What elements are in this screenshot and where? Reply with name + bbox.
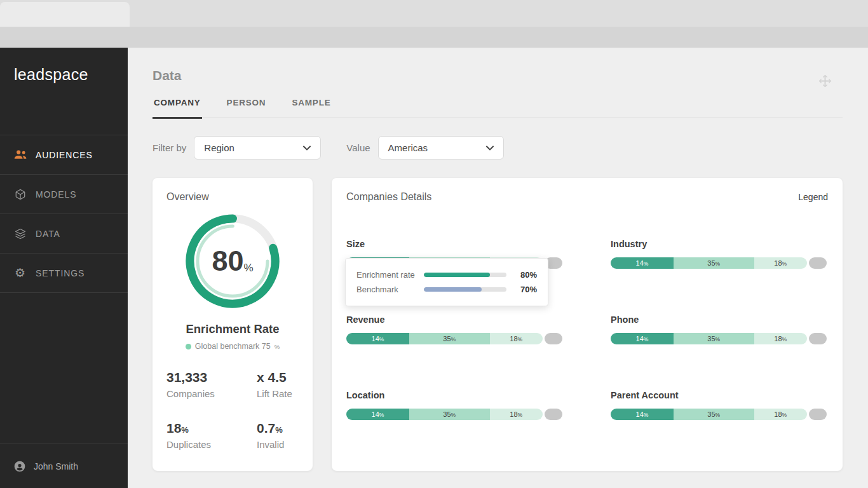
overview-card: Overview 80 % Enrichment Rate Globa xyxy=(153,178,313,471)
chevron-down-icon xyxy=(303,146,311,151)
metric-parent-account: Parent Account 14% 35% 18% xyxy=(611,390,827,420)
metric-label: Revenue xyxy=(346,315,562,325)
bar-segment-3: 18% xyxy=(754,409,807,420)
bar-segment-3: 18% xyxy=(490,409,543,420)
bar-segment-1: 14% xyxy=(611,333,674,344)
companies-details-card: Companies Details Legend Size 14% 35% 18… xyxy=(332,178,843,471)
benchmark-dot-icon xyxy=(186,344,191,349)
sidebar-item-label: SETTINGS xyxy=(36,268,85,278)
bar-segment-3: 18% xyxy=(754,257,807,269)
value-label: Value xyxy=(346,142,370,153)
bar-segment-empty xyxy=(809,333,827,344)
tab-person[interactable]: PERSON xyxy=(226,98,268,118)
overview-stats: 31,333 Companies x 4.5 Lift Rate 18% Dup… xyxy=(166,370,299,450)
enrichment-rate-title: Enrichment Rate xyxy=(166,322,299,336)
layers-icon xyxy=(13,228,27,240)
companies-details-title: Companies Details xyxy=(346,191,431,203)
sidebar-item-audiences[interactable]: AUDIENCES xyxy=(0,135,128,175)
bar-segment-1: 14% xyxy=(611,257,674,269)
tab-sample[interactable]: SAMPLE xyxy=(290,98,332,118)
sidebar-item-models[interactable]: MODELS xyxy=(0,175,128,214)
sidebar-item-label: MODELS xyxy=(36,189,77,200)
people-icon xyxy=(13,150,27,159)
tooltip-row-benchmark: Benchmark 70% xyxy=(356,282,537,297)
user-name: John Smith xyxy=(34,461,78,471)
bar-segment-empty xyxy=(545,409,562,420)
metric-industry: Industry 14% 35% 18% xyxy=(611,239,827,269)
sidebar-nav: AUDIENCES MODELS xyxy=(0,135,128,293)
metric-revenue: Revenue 14% 35% 18% xyxy=(346,315,562,344)
bar-segment-2: 35% xyxy=(674,409,754,420)
value-dropdown[interactable]: Americas xyxy=(378,136,504,159)
bar-segment-1: 14% xyxy=(611,409,674,420)
metric-bar[interactable]: 14% 35% 18% xyxy=(346,333,562,344)
bar-segment-3: 18% xyxy=(754,333,807,344)
sidebar-item-settings[interactable]: ⚙ SETTINGS xyxy=(0,254,128,293)
metric-bar[interactable]: 14% 35% 18% xyxy=(611,333,827,344)
bar-segment-1: 14% xyxy=(346,333,409,344)
bar-segment-3: 18% xyxy=(490,333,543,344)
metric-label: Parent Account xyxy=(611,390,827,400)
metric-label: Size xyxy=(346,239,562,249)
bar-segment-2: 35% xyxy=(674,333,754,344)
metric-bar[interactable]: 14% 35% 18% xyxy=(611,257,827,269)
filter-row: Filter by Region Value Americas xyxy=(153,136,843,159)
value-selected: Americas xyxy=(388,142,428,153)
stat-companies: 31,333 Companies xyxy=(166,370,257,399)
global-benchmark-note: Global benchmark 75% xyxy=(166,342,299,351)
browser-chrome xyxy=(0,0,868,48)
leadspace-logo: leadspace xyxy=(0,48,128,135)
sidebar-item-data[interactable]: DATA xyxy=(0,214,128,254)
legend-button[interactable]: Legend xyxy=(798,192,828,202)
main-content: Data COMPANY PERSON SAMPLE Filter by Reg… xyxy=(128,48,868,488)
tooltip-row-enrichment: Enrichment rate 80% xyxy=(356,268,537,282)
tab-company[interactable]: COMPANY xyxy=(153,98,202,119)
browser-tabstrip xyxy=(0,0,868,27)
stat-duplicates: 18% Duplicates xyxy=(166,421,257,450)
data-tabs: COMPANY PERSON SAMPLE xyxy=(153,98,843,118)
chevron-down-icon xyxy=(486,146,494,151)
metric-label: Location xyxy=(346,390,562,400)
cube-icon xyxy=(13,189,27,200)
sidebar: leadspace AUDIENCES xyxy=(0,48,128,488)
bar-segment-2: 35% xyxy=(674,257,754,269)
sidebar-item-label: AUDIENCES xyxy=(36,150,93,160)
sidebar-spacer xyxy=(0,293,128,444)
gear-icon: ⚙ xyxy=(13,267,27,279)
bar-segment-2: 35% xyxy=(409,409,490,420)
overview-title: Overview xyxy=(166,191,299,203)
enrichment-tooltip: Enrichment rate 80% Benchmark 70% xyxy=(345,258,548,306)
metric-label: Industry xyxy=(611,239,827,249)
tooltip-bar-enrichment xyxy=(424,273,506,277)
enrichment-donut-chart: 80 % xyxy=(185,214,280,309)
bar-segment-2: 35% xyxy=(409,333,490,344)
filter-by-label: Filter by xyxy=(153,142,186,153)
metric-phone: Phone 14% 35% 18% xyxy=(611,315,827,344)
stat-invalid: 0.7% Invalid xyxy=(257,421,299,450)
stat-lift-rate: x 4.5 Lift Rate xyxy=(257,370,299,399)
metric-bar[interactable]: 14% 35% 18% xyxy=(611,409,827,420)
bar-segment-empty xyxy=(809,409,827,420)
metric-label: Phone xyxy=(611,315,827,325)
tooltip-bar-benchmark xyxy=(424,287,506,292)
filter-by-dropdown[interactable]: Region xyxy=(194,136,321,159)
bar-segment-empty xyxy=(809,257,827,269)
metric-bar[interactable]: 14% 35% 18% xyxy=(346,409,562,420)
bar-segment-1: 14% xyxy=(346,409,409,420)
metric-location: Location 14% 35% 18% xyxy=(346,390,562,420)
sidebar-item-label: DATA xyxy=(36,229,60,239)
user-avatar-icon xyxy=(13,460,27,473)
browser-tab[interactable] xyxy=(0,2,130,27)
filter-by-selected: Region xyxy=(204,142,234,153)
user-menu[interactable]: John Smith xyxy=(0,444,128,488)
page-title: Data xyxy=(153,68,843,83)
crosshair-icon[interactable] xyxy=(817,73,832,88)
bar-segment-empty xyxy=(545,333,562,344)
donut-value: 80 % xyxy=(185,214,280,309)
